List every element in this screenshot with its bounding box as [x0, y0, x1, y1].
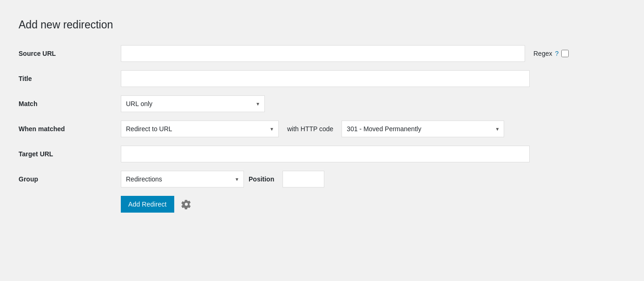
when-matched-label: When matched — [19, 125, 121, 133]
regex-help-link[interactable]: ? — [555, 50, 559, 57]
source-url-field: Regex ? — [121, 45, 623, 62]
source-url-row: Source URL Regex ? — [19, 45, 623, 62]
when-matched-select[interactable]: Redirect to URL Pass-through Error (404)… — [121, 120, 279, 137]
title-field — [121, 70, 623, 87]
group-field: Redirections Modified Posts Redirections… — [121, 171, 623, 187]
group-label: Group — [19, 175, 121, 183]
group-select-wrapper: Redirections Modified Posts Redirections… — [121, 171, 244, 187]
with-http-code-label: with HTTP code — [287, 125, 333, 133]
when-matched-field: Redirect to URL Pass-through Error (404)… — [121, 120, 623, 137]
http-code-select[interactable]: 301 - Moved Permanently 302 - Found 303 … — [342, 120, 504, 137]
target-url-label: Target URL — [19, 150, 121, 158]
target-url-row: Target URL — [19, 146, 623, 162]
add-redirect-button[interactable]: Add Redirect — [121, 196, 174, 213]
title-input[interactable] — [121, 70, 530, 87]
gear-svg — [181, 199, 191, 209]
regex-label: Regex — [533, 50, 552, 57]
title-row: Title — [19, 70, 623, 87]
add-redirection-form: Add new redirection Source URL Regex ? T… — [19, 19, 623, 213]
group-row: Group Redirections Modified Posts Redire… — [19, 171, 623, 187]
source-url-label: Source URL — [19, 50, 121, 57]
match-select[interactable]: URL only URL and query string URL and re… — [121, 95, 265, 112]
regex-checkbox[interactable] — [561, 50, 569, 57]
http-code-select-wrapper: 301 - Moved Permanently 302 - Found 303 … — [342, 120, 504, 137]
regex-container: Regex ? — [533, 50, 569, 57]
group-select[interactable]: Redirections Modified Posts Redirections… — [121, 171, 244, 187]
target-url-input[interactable] — [121, 146, 530, 162]
when-matched-select-wrapper: Redirect to URL Pass-through Error (404)… — [121, 120, 279, 137]
position-label: Position — [249, 175, 274, 183]
match-field: URL only URL and query string URL and re… — [121, 95, 623, 112]
title-label: Title — [19, 75, 121, 82]
when-matched-row: When matched Redirect to URL Pass-throug… — [19, 120, 623, 137]
form-title: Add new redirection — [19, 19, 623, 31]
gear-icon[interactable] — [180, 198, 193, 211]
match-row: Match URL only URL and query string URL … — [19, 95, 623, 112]
button-row: Add Redirect — [121, 196, 623, 213]
source-url-input[interactable] — [121, 45, 525, 62]
match-select-wrapper: URL only URL and query string URL and re… — [121, 95, 265, 112]
target-url-field — [121, 146, 623, 162]
match-label: Match — [19, 100, 121, 107]
position-input[interactable] — [283, 171, 324, 187]
